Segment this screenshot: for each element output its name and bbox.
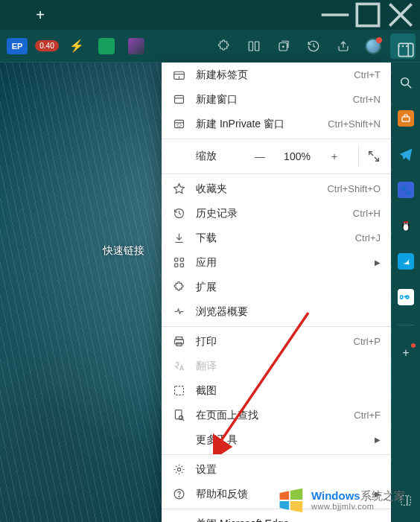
svg-point-51 [404, 223, 405, 224]
zoom-out-button[interactable]: — [249, 146, 270, 167]
sidebar-qq-button[interactable] [398, 217, 414, 234]
share-button[interactable] [331, 34, 356, 59]
penguin-icon [398, 218, 413, 233]
close-button[interactable] [384, 4, 417, 26]
zoom-in-button[interactable]: + [324, 146, 345, 167]
paper-plane-icon [398, 147, 413, 162]
menu-shortcut: Ctrl+N [353, 94, 381, 105]
plus-icon: + [402, 346, 409, 360]
menu-label: 收藏夹 [196, 182, 316, 196]
svg-rect-30 [180, 258, 183, 261]
sidebar-ctrip-button[interactable] [398, 253, 414, 270]
sidebar-briefcase-button[interactable] [398, 110, 414, 127]
split-icon [247, 39, 261, 53]
svg-line-25 [374, 157, 378, 161]
menu-label: 新建窗口 [196, 93, 343, 106]
extension-avatar-button[interactable] [124, 34, 149, 59]
menu-settings[interactable]: 设置 [162, 457, 391, 482]
heartbeat-icon [172, 305, 185, 319]
extension-badge-button[interactable]: 0.40 [34, 34, 60, 59]
badge-label: 0.40 [35, 40, 58, 51]
menu-find[interactable]: 在页面上查找 Ctrl+F [162, 403, 391, 427]
menu-translate: 翻译 [162, 354, 391, 378]
split-screen-button[interactable] [241, 34, 267, 59]
menu-label: 新建标签页 [196, 69, 343, 82]
menu-label: 关闭 Microsoft Edge [196, 518, 381, 523]
history-button[interactable] [301, 34, 326, 59]
sidebar-toggle-button[interactable] [396, 40, 416, 60]
sidebar-telegram-button[interactable] [398, 146, 414, 162]
sidebar-cloud-button[interactable] [398, 289, 414, 305]
svg-line-24 [369, 152, 372, 156]
svg-rect-1 [357, 4, 378, 25]
svg-point-52 [407, 223, 407, 224]
gear-icon [172, 463, 185, 477]
puzzle-icon [217, 39, 231, 53]
extension-ep-button[interactable]: EP [4, 34, 30, 59]
svg-rect-46 [402, 117, 410, 121]
menu-new-inprivate[interactable]: 新建 InPrivate 窗口 Ctrl+Shift+N [162, 112, 391, 136]
profile-button[interactable] [360, 34, 386, 59]
menu-extensions[interactable]: 扩展 [162, 275, 391, 299]
menu-apps[interactable]: 应用 ▶ [162, 250, 391, 275]
svg-marker-26 [174, 184, 184, 194]
menu-favorites[interactable]: 收藏夹 Ctrl+Shift+O [162, 176, 391, 201]
plus-icon: + [36, 7, 45, 24]
new-tab-button[interactable]: + [28, 3, 52, 27]
window-icon [172, 93, 185, 106]
menu-print[interactable]: 打印 Ctrl+P [162, 329, 391, 354]
sidebar-search-button[interactable] [398, 74, 414, 91]
menu-downloads[interactable]: 下载 Ctrl+J [162, 226, 391, 250]
svg-rect-31 [174, 264, 177, 267]
window-titlebar: + [0, 0, 420, 30]
menu-separator [162, 454, 391, 455]
maximize-icon [351, 0, 384, 31]
minimize-button[interactable] [319, 4, 351, 26]
svg-rect-36 [174, 386, 183, 395]
printer-icon [172, 335, 185, 348]
green-square-icon [98, 38, 115, 54]
minimize-icon [319, 0, 351, 31]
history-icon [307, 39, 320, 53]
extensions-button[interactable] [211, 34, 237, 59]
fullscreen-icon [367, 150, 381, 163]
menu-new-tab[interactable]: 新建标签页 Ctrl+T [162, 63, 391, 87]
menu-shortcut: Ctrl+J [355, 232, 381, 244]
sidebar-add-button[interactable]: + [398, 345, 414, 361]
menu-label: 下载 [196, 232, 345, 245]
star-icon [172, 182, 185, 196]
svg-line-39 [182, 419, 184, 421]
menu-label: 扩展 [196, 281, 381, 294]
menu-screenshot[interactable]: 截图 [162, 378, 391, 403]
menu-label: 应用 [196, 256, 364, 270]
blank-icon [172, 433, 185, 447]
menu-shortcut: Ctrl+T [354, 69, 381, 80]
find-on-page-icon [172, 409, 185, 422]
sidebar-baidu-button[interactable]: 🐾 [398, 182, 414, 198]
menu-new-window[interactable]: 新建窗口 Ctrl+N [162, 87, 391, 112]
profile-avatar-icon [365, 38, 381, 54]
menu-more-tools[interactable]: 更多工具 ▶ [162, 427, 391, 452]
fullscreen-button[interactable] [358, 146, 382, 167]
briefcase-icon [401, 113, 411, 124]
browser-toolbar: EP 0.40 ⚡ [0, 30, 420, 63]
extension-green-button[interactable] [94, 34, 119, 59]
sidebar-separator [398, 325, 414, 325]
infinity-icon [400, 291, 412, 303]
menu-shortcut: Ctrl+P [354, 336, 381, 347]
menu-shortcut: Ctrl+F [354, 410, 381, 421]
clock-history-icon [172, 207, 185, 220]
collections-button[interactable] [271, 34, 296, 59]
extension-bolt-button[interactable]: ⚡ [64, 34, 89, 59]
sidebar-icon [396, 40, 416, 60]
menu-shortcut: Ctrl+Shift+O [327, 183, 381, 194]
download-icon [172, 232, 185, 245]
svg-rect-53 [404, 221, 409, 223]
menu-label: 设置 [196, 463, 381, 477]
menu-history[interactable]: 历史记录 Ctrl+H [162, 201, 391, 226]
notification-dot-icon [411, 343, 416, 348]
maximize-button[interactable] [351, 4, 384, 26]
menu-browser-overview[interactable]: 浏览器概要 [162, 299, 391, 324]
ep-icon: EP [7, 38, 28, 54]
screenshot-icon [172, 384, 185, 398]
